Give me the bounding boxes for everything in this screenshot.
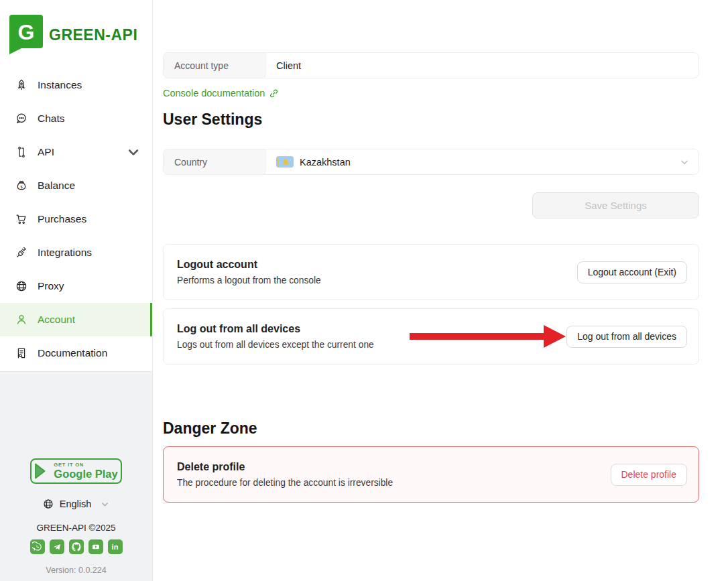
brand-logo[interactable]: G GREEN-API bbox=[0, 0, 152, 59]
google-play-triangle-icon bbox=[34, 463, 48, 479]
user-settings-heading: User Settings bbox=[163, 111, 699, 129]
youtube-icon[interactable] bbox=[88, 539, 103, 554]
country-select-row: Country Kazakhstan bbox=[163, 149, 699, 175]
sidebar-item-label: Instances bbox=[38, 79, 82, 91]
logout-account-description: Performs a logout from the console bbox=[177, 275, 321, 285]
api-icon bbox=[15, 145, 28, 159]
copyright-text: GREEN-API ©2025 bbox=[37, 523, 116, 533]
sidebar-item-label: Purchases bbox=[38, 213, 86, 225]
user-icon bbox=[15, 313, 28, 326]
country-value: Kazakhstan bbox=[300, 157, 351, 168]
linkedin-icon[interactable]: in bbox=[108, 539, 123, 554]
logout-all-devices-card: Log out from all devices Logs out from a… bbox=[163, 308, 699, 365]
language-selector[interactable]: English bbox=[43, 499, 110, 509]
google-play-badge[interactable]: GET IT ON Google Play bbox=[30, 458, 122, 484]
chevron-down-icon bbox=[127, 145, 140, 159]
chevron-down-icon bbox=[680, 157, 689, 167]
plug-icon bbox=[15, 246, 28, 259]
logout-account-title: Logout account bbox=[177, 259, 321, 271]
sidebar-item-label: Account bbox=[38, 314, 75, 326]
save-settings-button[interactable]: Save Settings bbox=[532, 192, 699, 218]
sidebar-item-api[interactable]: API bbox=[0, 135, 152, 169]
social-links: in bbox=[30, 539, 123, 554]
delete-profile-title: Delete profile bbox=[177, 461, 393, 473]
delete-profile-button[interactable]: Delete profile bbox=[611, 464, 688, 486]
svg-text:$: $ bbox=[20, 185, 23, 189]
sidebar-item-label: Proxy bbox=[38, 280, 64, 292]
arrow-shaft bbox=[410, 333, 544, 340]
globe-icon bbox=[43, 499, 54, 509]
sidebar-nav: Instances Chats API bbox=[0, 68, 152, 370]
logout-all-devices-text: Log out from all devices Logs out from a… bbox=[177, 323, 374, 350]
console-documentation-link[interactable]: Console documentation bbox=[163, 88, 279, 99]
sidebar-item-balance[interactable]: $ Balance bbox=[0, 169, 152, 202]
version-text: Version: 0.0.224 bbox=[46, 566, 106, 575]
chat-bubble-icon bbox=[15, 112, 28, 125]
country-select[interactable]: Kazakhstan bbox=[265, 149, 699, 174]
logout-account-card: Logout account Performs a logout from th… bbox=[163, 244, 699, 300]
red-annotation-arrow bbox=[410, 325, 566, 348]
account-type-label: Account type bbox=[164, 53, 265, 78]
sidebar-item-purchases[interactable]: Purchases bbox=[0, 202, 152, 236]
kazakhstan-flag-icon bbox=[276, 156, 294, 168]
globe-icon bbox=[15, 279, 28, 293]
language-label: English bbox=[60, 499, 92, 509]
sidebar-item-label: API bbox=[38, 146, 54, 158]
sidebar-item-documentation[interactable]: Documentation bbox=[0, 336, 152, 370]
svg-text:G: G bbox=[18, 20, 35, 44]
sidebar-item-label: Balance bbox=[38, 180, 75, 192]
sidebar-item-label: Integrations bbox=[38, 247, 92, 259]
sidebar: G GREEN-API Instances Chats bbox=[0, 0, 153, 581]
money-bag-icon: $ bbox=[15, 179, 28, 192]
arrow-head bbox=[544, 325, 566, 348]
shopping-cart-icon bbox=[15, 212, 28, 226]
chevron-down-icon bbox=[101, 500, 109, 509]
sidebar-item-integrations[interactable]: Integrations bbox=[0, 236, 152, 269]
google-play-badge-text: GET IT ON Google Play bbox=[54, 462, 117, 480]
logout-account-text: Logout account Performs a logout from th… bbox=[177, 259, 321, 285]
sidebar-item-account[interactable]: Account bbox=[0, 303, 152, 336]
danger-zone-heading: Danger Zone bbox=[163, 419, 699, 438]
telegram-icon[interactable] bbox=[50, 539, 64, 554]
delete-profile-card: Delete profile The procedure for deletin… bbox=[163, 446, 699, 503]
brand-wordmark: GREEN-API bbox=[49, 26, 137, 44]
logout-all-devices-title: Log out from all devices bbox=[177, 323, 374, 335]
sidebar-item-chats[interactable]: Chats bbox=[0, 102, 152, 135]
sidebar-item-label: Documentation bbox=[38, 347, 107, 359]
sidebar-item-label: Chats bbox=[38, 113, 65, 125]
save-settings-row: Save Settings bbox=[163, 192, 699, 218]
delete-profile-text: Delete profile The procedure for deletin… bbox=[177, 461, 393, 488]
green-api-logo-icon: G bbox=[9, 14, 44, 56]
delete-profile-description: The procedure for deleting the account i… bbox=[177, 478, 393, 488]
sidebar-footer: GET IT ON Google Play English GREEN-API … bbox=[0, 371, 152, 581]
logout-account-button[interactable]: Logout account (Exit) bbox=[577, 261, 687, 283]
document-search-icon bbox=[15, 346, 28, 360]
account-type-value: Client bbox=[265, 53, 699, 78]
logout-all-devices-button[interactable]: Log out from all devices bbox=[566, 326, 687, 348]
account-page: Account type Client Console documentatio… bbox=[153, 0, 728, 503]
console-documentation-label: Console documentation bbox=[163, 88, 265, 99]
github-icon[interactable] bbox=[69, 539, 84, 554]
logout-all-devices-description: Logs out from all devices except the cur… bbox=[177, 340, 374, 350]
country-label: Country bbox=[164, 149, 265, 174]
link-icon bbox=[269, 88, 279, 99]
account-type-row: Account type Client bbox=[163, 52, 699, 78]
sidebar-item-instances[interactable]: Instances bbox=[0, 68, 152, 102]
sidebar-item-proxy[interactable]: Proxy bbox=[0, 269, 152, 303]
whatsapp-icon[interactable] bbox=[30, 539, 45, 554]
rocket-icon bbox=[15, 78, 28, 92]
